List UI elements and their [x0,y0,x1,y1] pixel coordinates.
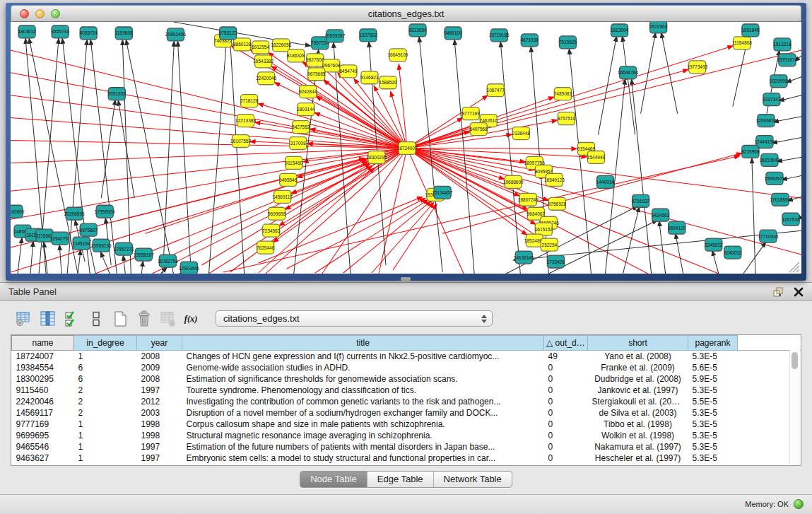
table-cell[interactable]: 0 [544,373,588,385]
graph-node[interactable]: 1733426 [547,255,565,268]
table-cell[interactable]: 5.3E-5 [688,385,738,396]
table-cell[interactable]: 9465546 [12,441,74,452]
graph-edge[interactable] [659,221,666,274]
graph-edge[interactable] [407,134,512,148]
graph-node[interactable]: 9355734 [51,25,69,38]
graph-node[interactable]: 1588520 [379,76,397,89]
function-builder-icon[interactable]: f(x) [182,309,201,328]
graph-node[interactable]: 16210643 [759,153,779,166]
table-select[interactable]: citations_edges.txt [216,310,493,327]
graph-edge[interactable] [786,77,801,83]
graph-edge[interactable] [78,250,81,274]
graph-edge[interactable] [177,41,191,274]
scrollbar-thumb[interactable] [792,352,798,369]
graph-edge[interactable] [500,42,520,274]
graph-node[interactable]: 16782759 [158,255,178,267]
table-cell[interactable]: Franke et al. (2009) [588,362,688,373]
table-cell[interactable]: 5.5E-5 [688,396,738,407]
graph-edge[interactable] [11,118,407,148]
column-header-pagerank[interactable]: pagerank [688,336,738,351]
tab-network-table[interactable]: Network Table [433,472,512,487]
graph-edge[interactable] [598,36,616,135]
graph-node[interactable]: 12213389 [235,115,256,127]
graph-node[interactable]: 1327602 [359,29,377,42]
graph-edge[interactable] [118,100,134,199]
graph-edge[interactable] [11,148,407,163]
graph-node[interactable]: 9245022 [705,238,723,251]
table-cell[interactable]: 9699695 [12,430,74,441]
graph-node[interactable]: 15134457 [433,186,453,199]
table-cell[interactable]: 0 [544,452,588,464]
table-cell[interactable]: 5.6E-5 [688,362,738,373]
panel-splitter[interactable] [401,277,411,281]
tab-edge-table[interactable]: Edge Table [367,472,433,487]
table-cell[interactable]: 2 [74,385,137,396]
table-cell[interactable]: 5.3E-5 [688,452,738,464]
graph-edge[interactable] [772,138,801,144]
table-cell[interactable]: 2 [74,396,137,407]
table-row[interactable]: 969969511998Structural magnetic resonanc… [12,430,801,441]
graph-node[interactable]: 13958167 [134,248,154,261]
graph-node[interactable]: 9465546 [279,173,298,186]
graph-edge[interactable] [407,148,505,179]
graph-edge[interactable] [777,157,801,161]
graph-node[interactable]: 1615152 [535,223,553,235]
graph-edge[interactable] [230,40,245,274]
graph-node[interactable]: 1803612 [18,25,36,38]
table-cell[interactable]: Genome-wide association studies in ADHD. [182,362,544,373]
table-cell[interactable]: Changes of HCN gene expression and I(f) … [182,351,544,363]
graph-edge[interactable] [343,201,431,273]
graph-node[interactable]: 14136141 [514,251,534,264]
graph-node[interactable]: 9777169 [462,107,481,120]
graph-node[interactable]: 19773493 [687,61,707,74]
column-header-short[interactable]: short [588,336,688,351]
table-cell[interactable]: 0 [544,362,588,373]
graph-node[interactable]: 25160650 [11,205,25,218]
graph-node[interactable]: 9242844 [299,86,317,98]
graph-node[interactable]: 8860128 [233,38,252,51]
table-cell[interactable]: 18300295 [12,373,74,385]
table-row[interactable]: 977716911998Corpus callosum shape and si… [12,419,801,430]
graph-node[interactable]: 4671938 [521,34,539,47]
graph-node[interactable]: 8813054 [408,24,427,37]
table-row[interactable]: 1830029562008Estimation of significance … [12,373,801,385]
column-header-blank[interactable] [738,336,801,351]
graph-node[interactable]: 9827508 [306,54,324,66]
graph-node[interactable]: 9329966 [770,75,788,88]
graph-edge[interactable] [100,252,110,274]
table-cell[interactable]: 5.3E-5 [688,441,738,452]
table-cell[interactable]: Hescheler et al. (1997) [588,452,688,464]
graph-edge[interactable] [141,261,143,274]
graph-edge[interactable] [230,165,372,272]
column-header-out_de[interactable]: △ out_de... [544,336,588,351]
graph-node[interactable]: 20206596 [64,207,85,220]
table-row[interactable]: 911546021997Tourette syndrome. Phenomeno… [12,385,801,396]
graph-edge[interactable] [30,241,33,274]
column-settings-icon[interactable] [38,309,57,328]
table-cell[interactable]: 1 [74,430,137,441]
table-cell[interactable]: Embryonic stem cells: a model to study s… [182,452,544,464]
delete-column-icon[interactable] [134,309,153,328]
table-row[interactable]: 1456911722003Disruption of a novel membe… [12,407,801,419]
table-cell[interactable]: 1 [74,452,137,464]
graph-node[interactable]: 20691406 [165,28,186,41]
graph-node[interactable]: 7485083 [554,88,572,100]
table-row[interactable]: 1938455462009Genome-wide association stu… [12,362,801,373]
table-cell[interactable]: Nakamura et al. (1997) [588,441,688,452]
graph-node[interactable]: 18724007 [397,142,418,155]
graph-edge[interactable] [122,40,131,274]
table-cell[interactable]: 1997 [137,385,182,396]
graph-edge[interactable] [407,95,488,148]
table-row[interactable]: 2242004622012Investigating the contribut… [12,396,801,407]
graph-edge[interactable] [209,148,408,274]
graph-node[interactable]: 2803144 [297,103,315,116]
graph-node[interactable]: 1159605 [115,27,133,40]
table-cell[interactable]: Wolkin et al. (1998) [588,430,688,441]
table-cell[interactable]: Tourette syndrome. Phenomenology and cla… [182,385,544,396]
table-cell[interactable]: Dudbridge et al. (2008) [588,373,688,385]
memory-status-icon[interactable] [794,499,804,509]
graph-node[interactable]: 16543382 [253,55,273,68]
graph-node[interactable]: 10653287 [324,30,345,42]
graph-edge[interactable] [18,238,22,274]
table-cell[interactable]: 9463627 [12,452,74,464]
